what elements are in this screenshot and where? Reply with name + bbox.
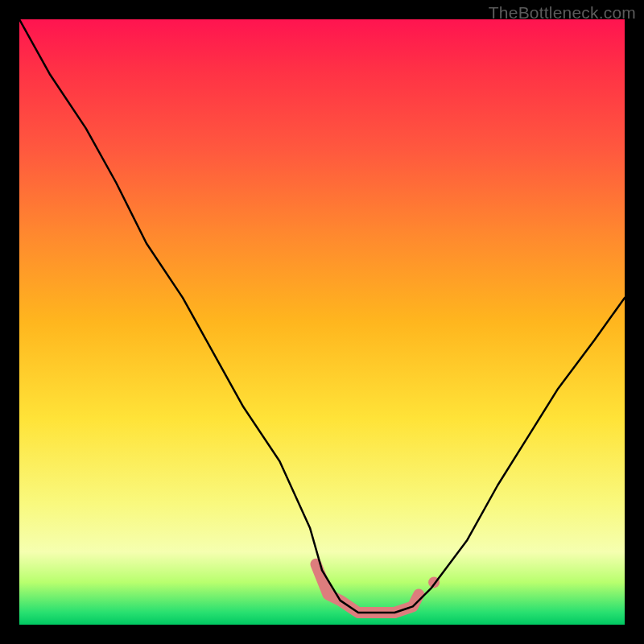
watermark-label: TheBottleneck.com	[489, 3, 636, 23]
plot-area	[19, 19, 625, 625]
frame: TheBottleneck.com	[0, 0, 644, 644]
